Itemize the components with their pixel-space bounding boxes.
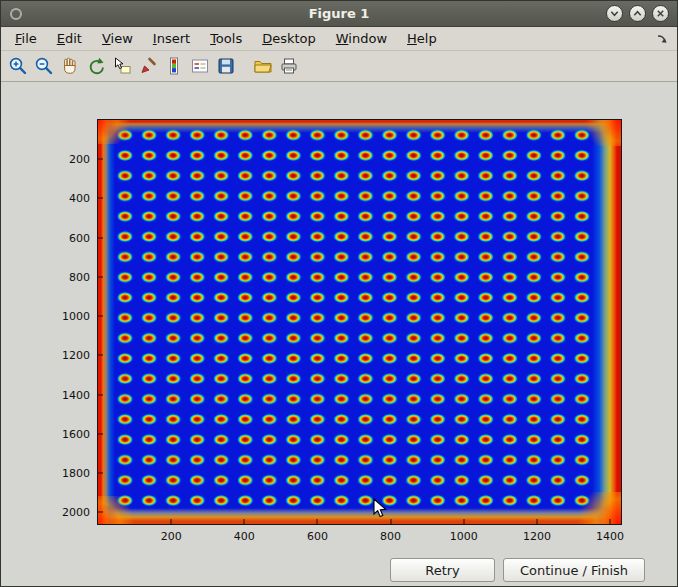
printer-icon	[279, 56, 299, 76]
y-tick-mark	[98, 512, 103, 513]
dock-figure-icon[interactable]	[656, 33, 668, 45]
image-plot[interactable]: 200 400 600 800 1000 1200 1400 1600 1800…	[97, 119, 622, 525]
window-title: Figure 1	[1, 6, 677, 21]
toolbar	[1, 51, 677, 82]
colorbar-icon	[164, 56, 184, 76]
x-tick-mark	[317, 519, 318, 524]
y-tick-mark	[98, 237, 103, 238]
x-tick-label: 800	[380, 530, 401, 543]
brush-icon	[138, 56, 158, 76]
x-tick-mark	[171, 519, 172, 524]
menu-view[interactable]: View	[92, 27, 143, 50]
x-tick-mark	[610, 519, 611, 524]
save-icon	[216, 56, 236, 76]
save-figure-button[interactable]	[214, 54, 238, 78]
y-tick-label: 600	[69, 231, 90, 244]
y-tick-label: 200	[69, 153, 90, 166]
open-file-button[interactable]	[251, 54, 275, 78]
rotate-3d-icon	[86, 56, 106, 76]
y-tick-mark	[98, 473, 103, 474]
y-tick-mark	[98, 394, 103, 395]
plot-edge-heat	[98, 120, 621, 524]
x-tick-label: 400	[234, 530, 255, 543]
brush-button[interactable]	[136, 54, 160, 78]
open-folder-icon	[253, 56, 273, 76]
insert-colorbar-button[interactable]	[162, 54, 186, 78]
x-tick-label: 600	[307, 530, 328, 543]
y-tick-mark	[98, 198, 103, 199]
y-tick-label: 400	[69, 192, 90, 205]
data-cursor-button[interactable]	[110, 54, 134, 78]
pan-button[interactable]	[58, 54, 82, 78]
zoom-in-icon	[8, 56, 28, 76]
titlebar[interactable]: Figure 1	[1, 1, 677, 27]
zoom-out-icon	[34, 56, 54, 76]
window-controls	[606, 5, 677, 22]
pan-hand-icon	[60, 56, 80, 76]
y-tick-label: 1400	[62, 388, 90, 401]
y-tick-label: 2000	[62, 506, 90, 519]
y-tick-mark	[98, 433, 103, 434]
y-tick-mark	[98, 355, 103, 356]
maximize-button[interactable]	[629, 5, 646, 22]
close-button[interactable]	[652, 5, 669, 22]
data-cursor-icon	[112, 56, 132, 76]
menu-edit[interactable]: Edit	[47, 27, 92, 50]
print-figure-button[interactable]	[277, 54, 301, 78]
legend-icon	[190, 56, 210, 76]
menu-insert[interactable]: Insert	[143, 27, 200, 50]
chevron-down-icon	[609, 8, 620, 19]
menu-desktop[interactable]: Desktop	[252, 27, 326, 50]
rotate-3d-button[interactable]	[84, 54, 108, 78]
menu-tools[interactable]: Tools	[200, 27, 252, 50]
x-tick-mark	[244, 519, 245, 524]
well-array-image	[113, 125, 592, 509]
y-tick-label: 1600	[62, 427, 90, 440]
x-tick-mark	[463, 519, 464, 524]
menu-help[interactable]: Help	[397, 27, 447, 50]
zoom-in-button[interactable]	[6, 54, 30, 78]
y-tick-label: 1200	[62, 349, 90, 362]
y-tick-label: 800	[69, 270, 90, 283]
menu-file[interactable]: File	[5, 27, 47, 50]
x-tick-label: 200	[161, 530, 182, 543]
y-tick-mark	[98, 276, 103, 277]
figure-canvas: 200 400 600 800 1000 1200 1400 1600 1800…	[1, 83, 677, 586]
y-tick-label: 1800	[62, 467, 90, 480]
menu-bar: File Edit View Insert Tools Desktop Wind…	[1, 27, 677, 51]
close-icon	[655, 8, 666, 19]
menu-window[interactable]: Window	[326, 27, 397, 50]
continue-finish-button[interactable]: Continue / Finish	[503, 558, 645, 582]
retry-button[interactable]: Retry	[390, 558, 495, 582]
chevron-up-icon	[632, 8, 643, 19]
insert-legend-button[interactable]	[188, 54, 212, 78]
zoom-out-button[interactable]	[32, 54, 56, 78]
y-tick-mark	[98, 159, 103, 160]
x-tick-mark	[536, 519, 537, 524]
y-tick-label: 1000	[62, 310, 90, 323]
x-tick-label: 1200	[523, 530, 551, 543]
x-tick-mark	[390, 519, 391, 524]
window-menu-icon[interactable]	[10, 8, 22, 20]
toolbar-separator	[240, 56, 249, 76]
x-tick-label: 1400	[596, 530, 624, 543]
y-tick-mark	[98, 316, 103, 317]
x-tick-label: 1000	[450, 530, 478, 543]
figure-window: Figure 1 File Edit View Insert Tools Des…	[0, 0, 678, 587]
shade-button[interactable]	[606, 5, 623, 22]
